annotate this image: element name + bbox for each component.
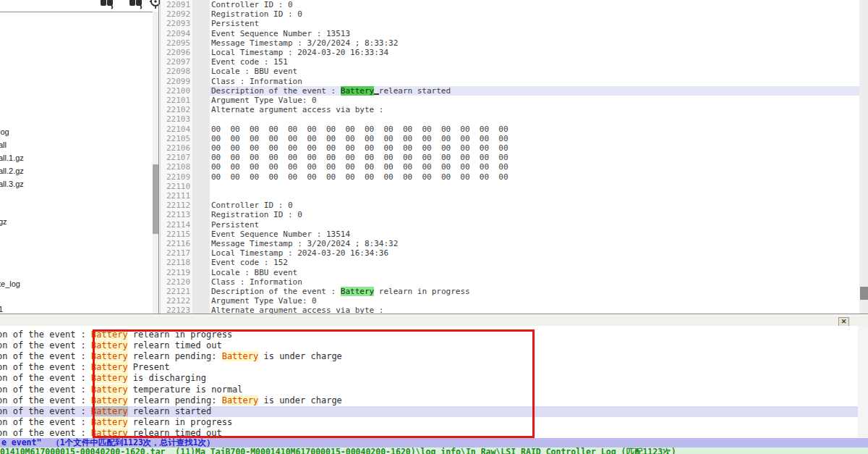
line-text: Persistent: [211, 220, 259, 230]
editor-line: 2210500 00 00 00 00 00 00 00 00 00 00 00…: [161, 134, 859, 143]
line-text: 00 00 00 00 00 00 00 00 00 00 00 00 00 0…: [211, 134, 509, 143]
sidebar-item[interactable]: log: [0, 127, 9, 137]
editor-line: 22100Description of the event : Battery …: [161, 86, 859, 96]
line-number: 22104: [166, 125, 190, 134]
line-text: Persistent: [211, 19, 259, 28]
line-text: 00 00 00 00 00 00 00 00 00 00 00 00 00 0…: [211, 143, 509, 153]
line-text: Registration ID : 0: [211, 9, 302, 19]
line-text: Controller ID : 0: [211, 201, 293, 210]
line-text: Controller ID : 0: [211, 0, 293, 9]
editor-line: 22115Event Sequence Number : 13514: [161, 230, 859, 239]
line-text: Message Timestamp : 3/20/2024 ; 8:34:32: [211, 239, 398, 248]
file-list-panel: logallall.1.gzall.2.gzall.3.gzgzte_log1l…: [0, 12, 158, 314]
editor-line: 22099Class : Information: [161, 77, 859, 86]
sidebar-item[interactable]: all.1.gz: [0, 154, 24, 163]
line-text: Class : Information: [211, 277, 302, 287]
line-number: 22092: [166, 9, 190, 19]
line-number: 22091: [166, 0, 190, 9]
line-number: 22112: [166, 201, 190, 210]
editor-line: 22092Registration ID : 0: [161, 9, 859, 19]
sidebar-item[interactable]: gz: [0, 217, 7, 227]
line-number: 22105: [166, 134, 190, 143]
editor-line: 22121Description of the event : Battery …: [161, 287, 859, 296]
line-text: Description of the event : Battery relea…: [211, 86, 451, 96]
editor-line: 22102Alternate argument access via byte …: [161, 105, 859, 114]
line-text: 00 00 00 00 00 00 00 00 00 00 00 00 00 0…: [211, 162, 509, 172]
sidebar-item[interactable]: all: [0, 140, 7, 150]
editor-line: 22112Controller ID : 0: [161, 201, 859, 210]
editor-line: 22097Event code : 151: [161, 57, 859, 67]
line-number: 22119: [166, 268, 190, 277]
line-number: 22110: [166, 182, 190, 191]
results-scrollbar[interactable]: [858, 326, 868, 438]
editor-scrollbar-thumb[interactable]: [860, 287, 868, 300]
line-number: 22118: [166, 258, 190, 267]
line-number: 22117: [166, 248, 190, 258]
annotation-red-box: [93, 329, 535, 438]
line-text: Argument Type Value: 0: [211, 296, 317, 306]
line-text: Local Timestamp : 2024-03-20 16:33:34: [211, 48, 388, 57]
line-number: 22120: [166, 277, 190, 287]
editor-line: 22095Message Timestamp : 3/20/2024 ; 8:3…: [161, 38, 859, 48]
editor-line: 22111: [161, 191, 859, 201]
line-number: 22111: [166, 191, 190, 201]
editor-line: 2210900 00 00 00 00 00 00 00 00 00 00 00…: [161, 172, 859, 182]
editor-line: 22119Locale : BBU event: [161, 268, 859, 277]
line-number: 22121: [166, 287, 190, 296]
search-results-2-icon[interactable]: [129, 0, 143, 11]
line-text: Event code : 152: [211, 258, 288, 267]
line-number: 22114: [166, 220, 190, 230]
search-match-highlight: Battery: [341, 86, 374, 96]
editor-scrollbar[interactable]: [859, 0, 868, 314]
line-number: 22101: [166, 96, 190, 105]
sidebar-item[interactable]: te_log: [0, 279, 20, 289]
editor-line: 22120Class : Information: [161, 277, 859, 287]
line-number: 22100: [166, 86, 190, 96]
editor-line: 22123Alternate argument access via byte …: [161, 306, 859, 314]
line-number: 22099: [166, 77, 190, 86]
line-text: Class : Information: [211, 77, 302, 86]
line-number: 22098: [166, 67, 190, 76]
line-number: 22094: [166, 29, 190, 38]
line-text: 00 00 00 00 00 00 00 00 00 00 00 00 00 0…: [211, 172, 509, 182]
editor-line: 2210400 00 00 00 00 00 00 00 00 00 00 00…: [161, 125, 859, 134]
line-text: Event Sequence Number : 13514: [211, 230, 350, 239]
line-number: 22122: [166, 296, 190, 306]
line-number: 22123: [166, 306, 190, 314]
line-number: 22102: [166, 105, 190, 114]
editor-line: 22118Event code : 152: [161, 258, 859, 267]
line-number: 22096: [166, 48, 190, 57]
editor-line: 22103: [161, 114, 859, 124]
line-text: Message Timestamp : 3/20/2024 ; 8:33:32: [211, 38, 398, 48]
line-text: Alternate argument access via byte :: [211, 306, 383, 314]
line-number: 22113: [166, 210, 190, 219]
editor-line: 2210800 00 00 00 00 00 00 00 00 00 00 00…: [161, 162, 859, 172]
editor-line: 22101Argument Type Value: 0: [161, 96, 859, 105]
line-number: 22093: [166, 19, 190, 28]
search-match-highlight: Battery: [341, 287, 374, 296]
line-number: 22103: [166, 114, 190, 124]
editor-line: 22113Registration ID : 0: [161, 210, 859, 219]
line-number: 22107: [166, 153, 190, 162]
line-text: Event code : 151: [211, 57, 288, 67]
line-text: Description of the event : Battery relea…: [211, 287, 470, 296]
sidebar-scrollbar[interactable]: [153, 12, 158, 314]
line-number: 22116: [166, 239, 190, 248]
search-results-icon[interactable]: [101, 0, 114, 11]
editor-line: 22091Controller ID : 0: [161, 0, 859, 9]
search-summary-bar: e event" （1个文件中匹配到1123次，总计查找1次）: [0, 438, 868, 447]
line-text: Argument Type Value: 0: [211, 96, 317, 105]
editor-line: 22117Local Timestamp : 2024-03-20 16:34:…: [161, 248, 859, 258]
search-file-path-line[interactable]: 01410M617000015-00040200-1620.tar (11)Ma…: [0, 447, 868, 454]
editor-line: 22093Persistent: [161, 19, 859, 28]
line-number: 22108: [166, 162, 190, 172]
sidebar-scrollbar-thumb[interactable]: [153, 164, 158, 234]
line-number: 22097: [166, 57, 190, 67]
sidebar-item[interactable]: all.2.gz: [0, 167, 24, 176]
sidebar-item[interactable]: all.3.gz: [0, 180, 24, 189]
log-editor[interactable]: 22091Controller ID : 022092Registration …: [161, 0, 859, 314]
results-panel-header: ✕: [0, 316, 868, 327]
editor-line: 22116Message Timestamp : 3/20/2024 ; 8:3…: [161, 239, 859, 248]
line-text: Registration ID : 0: [211, 210, 302, 219]
toolbar: [0, 0, 161, 11]
